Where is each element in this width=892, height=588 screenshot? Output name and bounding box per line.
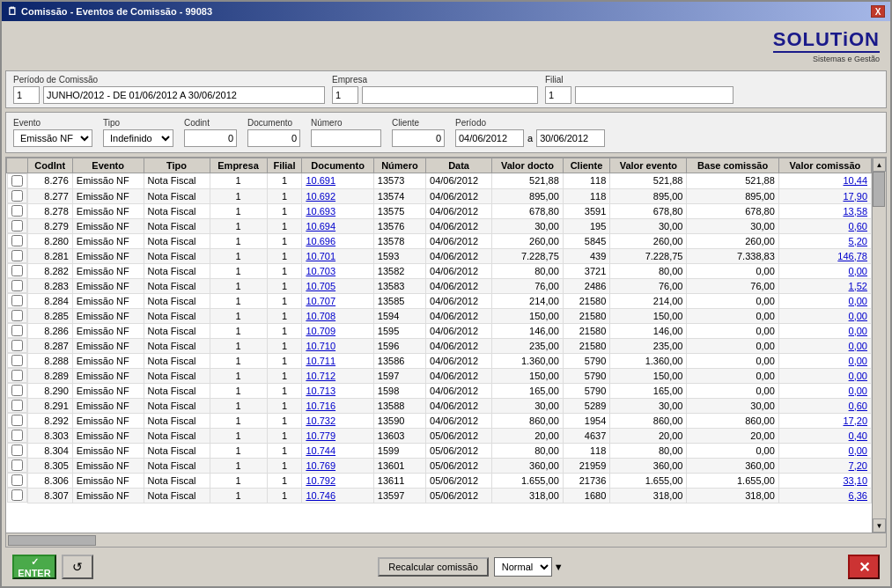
table-row[interactable]: 8.276 Emissão NF Nota Fiscal 1 1 10.691 … bbox=[7, 173, 872, 189]
f5-button[interactable]: ↺ bbox=[62, 555, 93, 579]
cell-valor-comissao[interactable]: 0,00 bbox=[778, 293, 871, 308]
documento-link[interactable]: 10.703 bbox=[306, 266, 335, 276]
comissao-link[interactable]: 0,60 bbox=[849, 401, 867, 411]
row-checkbox[interactable] bbox=[11, 459, 23, 471]
cell-documento[interactable]: 10.716 bbox=[302, 398, 373, 413]
table-row[interactable]: 8.280 Emissão NF Nota Fiscal 1 1 10.696 … bbox=[7, 233, 872, 248]
documento-link[interactable]: 10.769 bbox=[306, 460, 335, 471]
table-row[interactable]: 8.286 Emissão NF Nota Fiscal 1 1 10.709 … bbox=[7, 323, 872, 338]
comissao-link[interactable]: 0,00 bbox=[849, 311, 867, 321]
documento-link[interactable]: 10.716 bbox=[306, 401, 335, 411]
cell-valor-comissao[interactable]: 0,60 bbox=[778, 398, 871, 413]
documento-link[interactable]: 10.691 bbox=[306, 175, 335, 186]
col-cliente[interactable]: Cliente bbox=[563, 158, 610, 173]
comissao-link[interactable]: 5,20 bbox=[849, 236, 867, 246]
cell-documento[interactable]: 10.779 bbox=[302, 428, 373, 443]
table-row[interactable]: 8.291 Emissão NF Nota Fiscal 1 1 10.716 … bbox=[7, 398, 872, 413]
comissao-link[interactable]: 0,40 bbox=[849, 430, 867, 441]
comissao-link[interactable]: 0,00 bbox=[849, 326, 867, 336]
cell-documento[interactable]: 10.746 bbox=[302, 488, 373, 503]
cliente-filter-input[interactable] bbox=[392, 129, 445, 147]
cell-valor-comissao[interactable]: 13,58 bbox=[778, 203, 871, 218]
comissao-link[interactable]: 0,00 bbox=[849, 296, 867, 306]
comissao-link[interactable]: 33,10 bbox=[843, 475, 867, 486]
row-checkbox[interactable] bbox=[11, 385, 23, 396]
row-checkbox[interactable] bbox=[11, 175, 23, 187]
table-row[interactable]: 8.292 Emissão NF Nota Fiscal 1 1 10.732 … bbox=[7, 413, 872, 428]
cell-valor-comissao[interactable]: 33,10 bbox=[778, 473, 871, 488]
documento-link[interactable]: 10.701 bbox=[306, 251, 335, 261]
documento-filter-input[interactable] bbox=[247, 129, 300, 147]
cell-valor-comissao[interactable]: 7,20 bbox=[778, 458, 871, 473]
comissao-link[interactable]: 0,00 bbox=[849, 386, 867, 396]
row-checkbox[interactable] bbox=[11, 250, 23, 261]
row-checkbox[interactable] bbox=[11, 205, 23, 217]
close-button[interactable]: X bbox=[871, 5, 885, 18]
row-checkbox[interactable] bbox=[11, 340, 23, 351]
table-row[interactable]: 8.279 Emissão NF Nota Fiscal 1 1 10.694 … bbox=[7, 218, 872, 233]
comissao-link[interactable]: 146,78 bbox=[837, 251, 867, 261]
documento-link[interactable]: 10.744 bbox=[306, 445, 335, 456]
col-tipo[interactable]: Tipo bbox=[144, 158, 210, 173]
documento-link[interactable]: 10.694 bbox=[306, 221, 335, 232]
documento-link[interactable]: 10.693 bbox=[306, 206, 335, 217]
cell-documento[interactable]: 10.693 bbox=[302, 203, 373, 218]
cell-valor-comissao[interactable]: 0,00 bbox=[778, 383, 871, 398]
cell-documento[interactable]: 10.701 bbox=[302, 248, 373, 263]
documento-link[interactable]: 10.708 bbox=[306, 311, 335, 321]
row-checkbox[interactable] bbox=[11, 430, 23, 441]
cell-documento[interactable]: 10.708 bbox=[302, 308, 373, 323]
documento-link[interactable]: 10.746 bbox=[306, 490, 335, 501]
recalc-button[interactable]: Recalcular comissão bbox=[378, 557, 488, 577]
cell-documento[interactable]: 10.732 bbox=[302, 413, 373, 428]
documento-link[interactable]: 10.779 bbox=[306, 430, 335, 441]
cell-valor-comissao[interactable]: 146,78 bbox=[778, 248, 871, 263]
cell-valor-comissao[interactable]: 10,44 bbox=[778, 173, 871, 189]
cell-valor-comissao[interactable]: 0,00 bbox=[778, 443, 871, 458]
col-documento[interactable]: Documento bbox=[302, 158, 373, 173]
col-valor-docto[interactable]: Valor docto bbox=[492, 158, 564, 173]
enter-button[interactable]: ✓ ENTER bbox=[12, 555, 56, 579]
cell-valor-comissao[interactable]: 0,00 bbox=[778, 263, 871, 278]
cell-documento[interactable]: 10.711 bbox=[302, 353, 373, 368]
horizontal-scrollbar[interactable] bbox=[6, 533, 886, 547]
cell-valor-comissao[interactable]: 5,20 bbox=[778, 233, 871, 248]
periodo-id-input[interactable] bbox=[13, 86, 40, 104]
row-checkbox[interactable] bbox=[11, 489, 23, 501]
date-to-input[interactable] bbox=[536, 129, 605, 147]
row-checkbox[interactable] bbox=[11, 310, 23, 321]
comissao-link[interactable]: 6,36 bbox=[849, 490, 867, 501]
cell-documento[interactable]: 10.710 bbox=[302, 338, 373, 353]
row-checkbox[interactable] bbox=[11, 445, 23, 456]
cell-documento[interactable]: 10.703 bbox=[302, 263, 373, 278]
comissao-link[interactable]: 0,00 bbox=[849, 266, 867, 276]
cell-valor-comissao[interactable]: 0,60 bbox=[778, 218, 871, 233]
row-checkbox[interactable] bbox=[11, 474, 23, 486]
row-checkbox[interactable] bbox=[11, 265, 23, 276]
row-checkbox[interactable] bbox=[11, 190, 23, 202]
table-row[interactable]: 8.306 Emissão NF Nota Fiscal 1 1 10.792 … bbox=[7, 473, 872, 488]
cell-documento[interactable]: 10.769 bbox=[302, 458, 373, 473]
hscroll-thumb[interactable] bbox=[8, 535, 96, 546]
cell-valor-comissao[interactable]: 0,00 bbox=[778, 323, 871, 338]
cell-documento[interactable]: 10.696 bbox=[302, 233, 373, 248]
documento-link[interactable]: 10.696 bbox=[306, 236, 335, 246]
empresa-name-input[interactable] bbox=[362, 86, 538, 104]
documento-link[interactable]: 10.707 bbox=[306, 296, 335, 306]
row-checkbox[interactable] bbox=[11, 295, 23, 306]
documento-link[interactable]: 10.710 bbox=[306, 341, 335, 351]
table-scroll[interactable]: CodInt Evento Tipo Empresa Filial Docume… bbox=[6, 158, 872, 533]
table-row[interactable]: 8.307 Emissão NF Nota Fiscal 1 1 10.746 … bbox=[7, 488, 872, 503]
table-row[interactable]: 8.305 Emissão NF Nota Fiscal 1 1 10.769 … bbox=[7, 458, 872, 473]
row-checkbox[interactable] bbox=[11, 325, 23, 336]
comissao-link[interactable]: 0,00 bbox=[849, 341, 867, 351]
comissao-link[interactable]: 0,00 bbox=[849, 445, 867, 456]
col-valor-comissao[interactable]: Valor comissão bbox=[778, 158, 871, 173]
documento-link[interactable]: 10.713 bbox=[306, 386, 335, 396]
comissao-link[interactable]: 17,90 bbox=[843, 191, 867, 202]
tipo-select[interactable]: Indefinido bbox=[103, 129, 173, 147]
row-checkbox[interactable] bbox=[11, 370, 23, 381]
cell-valor-comissao[interactable]: 0,40 bbox=[778, 428, 871, 443]
table-row[interactable]: 8.277 Emissão NF Nota Fiscal 1 1 10.692 … bbox=[7, 188, 872, 203]
row-checkbox[interactable] bbox=[11, 415, 23, 426]
